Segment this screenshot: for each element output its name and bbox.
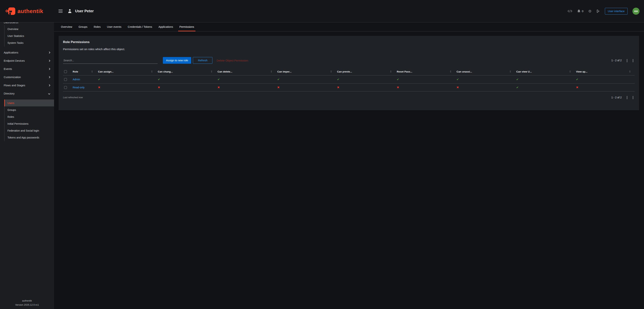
row-checkbox[interactable] (64, 78, 67, 81)
chevron-right-icon (48, 52, 50, 54)
sidebar-nav: DashboardsOverviewUser StatisticsSystem … (0, 22, 54, 154)
sidebar-item-users[interactable]: Users (4, 100, 54, 106)
sidebar-item-label: Directory (4, 92, 14, 95)
cross-icon: ✖ (98, 86, 100, 89)
chevron-right-icon (48, 84, 50, 86)
sidebar-nav-list: DashboardsOverviewUser StatisticsSystem … (0, 22, 54, 141)
panel-title: Role Permissions (63, 40, 322, 44)
sidebar-item-applications[interactable]: Applications (0, 48, 54, 57)
column-header-can-assign[interactable]: Can assign...↕ (97, 68, 157, 76)
sidebar-item-flows-and-stages[interactable]: Flows and Stages (0, 81, 54, 90)
select-all-checkbox[interactable] (64, 70, 67, 73)
authentik-logo-icon (6, 7, 16, 16)
tab-permissions[interactable]: Permissions (178, 22, 196, 31)
check-icon: ✔ (158, 78, 160, 81)
brand-wordmark: authentik (18, 8, 43, 14)
cross-icon: ✖ (158, 86, 160, 89)
main-content: OverviewGroupsRolesUser eventsCredential… (54, 22, 322, 154)
panel-description: Permissions set on roles which affect th… (63, 48, 322, 51)
sidebar-item-initial-permissions[interactable]: Initial Permissions (4, 120, 54, 127)
check-icon: ✔ (98, 78, 100, 81)
column-label: Role (73, 70, 78, 73)
chevron-down-icon (48, 92, 50, 94)
brand-logo: authentik (0, 0, 54, 22)
table-footer: Last refreshed now 1 - 2 of 2 (63, 95, 322, 100)
column-header-can-delete[interactable]: Can delete...↕ (216, 68, 276, 76)
sidebar-item-user-statistics[interactable]: User Statistics (4, 32, 54, 39)
sidebar-toggle-button[interactable] (58, 10, 62, 13)
sidebar-subgroup: UsersGroupsRolesInitial PermissionsFeder… (4, 99, 54, 141)
sort-icon[interactable]: ↕ (270, 70, 272, 73)
sidebar-item-label: Flows and Stages (4, 84, 25, 87)
sidebar-item-label: Endpoint Devices (4, 59, 25, 62)
column-label: Can delete... (218, 70, 232, 73)
chevron-right-icon (48, 76, 50, 78)
cross-icon: ✖ (277, 86, 280, 89)
sidebar-item-endpoint-devices[interactable]: Endpoint Devices (0, 57, 54, 65)
top-header: authentik User Peter (0, 0, 322, 22)
role-link-read-only[interactable]: Read-only (73, 86, 84, 89)
column-header-role[interactable]: Role↕ (72, 68, 97, 76)
tab-applications[interactable]: Applications (157, 22, 174, 31)
header-main: User Peter 0 ⚙ (54, 0, 322, 22)
sidebar-item-groups[interactable]: Groups (4, 106, 54, 113)
role-permissions-panel: Role Permissions Permissions set on role… (58, 36, 322, 110)
sidebar-item-overview[interactable]: Overview (4, 26, 54, 32)
role-link-admin[interactable]: Admin (73, 78, 80, 81)
table-toolbar: Assign to new role Refresh Delete Object… (63, 57, 322, 64)
content-area: Role Permissions Permissions set on role… (54, 32, 322, 110)
chevron-right-icon (48, 60, 50, 62)
assign-to-new-role-button[interactable]: Assign to new role (163, 57, 191, 64)
sidebar-subgroup: OverviewUser StatisticsSystem Tasks (4, 25, 54, 46)
sidebar-item-directory[interactable]: Directory (0, 90, 54, 98)
sidebar-item-events[interactable]: Events (0, 65, 54, 73)
search-input[interactable] (63, 57, 158, 64)
sort-icon[interactable]: ↕ (151, 70, 153, 73)
row-checkbox[interactable] (64, 86, 67, 89)
tab-overview[interactable]: Overview (60, 22, 74, 31)
table-row: Admin✔✔✔✔✔✔✔✔✔ (63, 76, 322, 84)
sidebar-item-customization[interactable]: Customization (0, 73, 54, 81)
sidebar-item-tokens-and-app-passwords[interactable]: Tokens and App passwords (4, 134, 54, 141)
tab-roles[interactable]: Roles (92, 22, 102, 31)
tab-bar: OverviewGroupsRolesUser eventsCredential… (54, 22, 322, 32)
sidebar-item-label: Events (4, 68, 12, 70)
delete-object-permission-button[interactable]: Delete Object Permission (216, 59, 248, 62)
column-label: Can assign... (98, 70, 114, 73)
role-permissions-table: Role↕Can assign...↕Can chang...↕Can dele… (63, 68, 322, 92)
user-icon (68, 9, 72, 13)
sort-icon[interactable]: ↕ (91, 70, 93, 73)
table-row: Read-only✖✖✖✖✖✖✖✔✖ (63, 84, 322, 92)
sidebar-item-system-tasks[interactable]: System Tasks (4, 39, 54, 46)
last-refreshed-status: Last refreshed now (63, 96, 83, 99)
sidebar-item-dashboards[interactable]: Dashboards (0, 22, 54, 24)
sidebar-item-label: Applications (4, 51, 18, 54)
tab-user-events[interactable]: User events (106, 22, 122, 31)
sort-icon[interactable]: ↕ (210, 70, 213, 73)
column-header-can-imper[interactable]: Can imper...↕ (276, 68, 322, 76)
cross-icon: ✖ (218, 86, 220, 89)
sidebar-item-label: Customization (4, 76, 21, 79)
chevron-right-icon (48, 68, 50, 70)
refresh-button[interactable]: Refresh (193, 57, 212, 64)
check-icon: ✔ (277, 78, 280, 81)
column-label: Can imper... (277, 70, 292, 73)
column-header-can-chang[interactable]: Can chang...↕ (157, 68, 216, 76)
sidebar-item-federation-and-social-login[interactable]: Federation and Social login (4, 127, 54, 134)
tab-groups[interactable]: Groups (77, 22, 89, 31)
page-title: User Peter (75, 9, 94, 13)
sidebar-item-roles[interactable]: Roles (4, 113, 54, 120)
check-icon: ✔ (218, 78, 220, 81)
tab-credentials-tokens[interactable]: Credentials / Tokens (126, 22, 153, 31)
column-label: Can chang... (158, 70, 173, 73)
